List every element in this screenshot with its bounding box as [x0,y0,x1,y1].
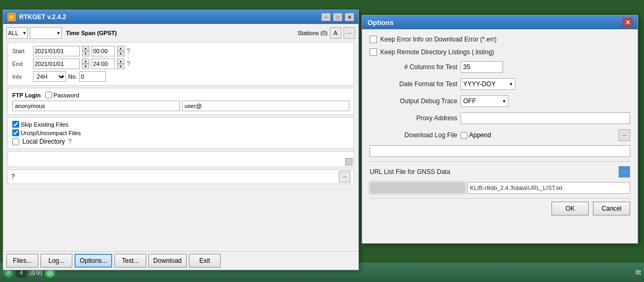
append-checkbox-label: Append [461,131,491,139]
bottom-question: ? ··· [7,169,354,184]
all-dropdown-wrap: ALL [6,27,28,39]
second-dropdown-wrap [30,27,62,39]
start-label: Start [12,48,31,54]
rtkget-icon: R [7,13,16,21]
end-help[interactable]: ? [127,60,130,68]
maximize-button[interactable]: □ [333,13,342,21]
end-date-up[interactable]: ▲ [82,59,89,64]
start-date-spin: ▲ ▼ [82,46,89,56]
proxy-label: Proxy Address [370,114,457,122]
rtkget-titlebar: R RTKGET v.2.4.2 ─ □ ✕ [3,10,358,24]
local-dir-help[interactable]: ? [68,138,72,145]
options-button[interactable]: Options... [74,254,112,268]
end-time-spin: ▲ ▼ [117,59,124,69]
local-dir-row: Local Directory ? [12,138,349,145]
end-row: End ▲ ▼ ▲ ▼ ? [12,59,349,69]
more-button[interactable]: ··· [344,27,355,39]
start-date-input[interactable] [33,46,80,56]
end-date-spin: ▲ ▼ [82,59,89,69]
proxy-row: Proxy Address [370,112,630,124]
url-file-blurred [370,182,465,194]
end-date-input[interactable] [33,59,80,69]
log-browse-button[interactable]: ··· [618,129,630,141]
time-span-label: Time Span (GPST) [66,30,117,36]
start-date-down[interactable]: ▼ [82,51,89,56]
files-button[interactable]: Files... [6,254,38,268]
date-format-label: Date Format for Test [370,80,457,88]
download-button[interactable]: Download [148,254,186,268]
unzip-checkbox[interactable] [12,129,19,136]
start-row: Start ▲ ▼ ▲ ▼ ? [12,46,349,56]
ftp-section: FTP Login Password [7,88,354,115]
log-file-row: Download Log File Append ··· [370,129,630,141]
ftp-inputs-row [12,101,349,111]
ftp-header-row: FTP Login Password [12,92,349,98]
url-list-label: URL List File for GNSS Data [370,168,450,176]
window-controls: ─ □ ✕ [321,13,354,21]
proxy-input[interactable] [461,112,630,124]
start-date-up[interactable]: ▲ [82,46,89,51]
end-time-up[interactable]: ▲ [117,59,124,64]
all-dropdown[interactable]: ALL [6,27,28,39]
top-row: ALL Time Span (GPST) Stations (0) A ··· [6,27,355,39]
ftp-password-input[interactable] [182,101,349,111]
minimize-button[interactable]: ─ [321,13,331,21]
append-checkbox[interactable] [461,132,467,139]
options-content: Keep Error Info on Download Error (*.err… [362,29,638,225]
bottom-dots-btn[interactable]: ··· [339,171,350,183]
keep-error-checkbox[interactable] [370,36,377,43]
log-file-label: Download Log File [370,131,457,139]
options-ok-cancel: OK Cancel [370,198,630,219]
a-button[interactable]: A [330,27,341,39]
end-date-down[interactable]: ▼ [82,64,89,69]
test-button[interactable]: Test... [114,254,146,268]
end-time-down[interactable]: ▼ [117,64,124,69]
datetime-form: Start ▲ ▼ ▲ ▼ ? End ▲ ▼ [7,42,354,86]
columns-input[interactable] [461,61,503,73]
end-time-input[interactable] [91,59,115,69]
keep-remote-label: Keep Remote Directory Listings (.listing… [380,48,494,56]
ok-button[interactable]: OK [551,202,589,215]
cancel-button[interactable]: Cancel [593,202,630,215]
options-titlebar: Options ✕ [362,15,638,29]
no-input[interactable] [79,71,106,82]
intv-dropdown[interactable]: 24H 1H 15M [33,71,66,82]
local-dir-checkbox[interactable] [12,138,19,145]
rtkget-title: RTKGET v.2.4.2 [19,13,321,21]
scroll-area[interactable] [7,151,354,167]
debug-trace-select[interactable]: OFF ON [461,95,508,107]
keep-error-row: Keep Error Info on Download Error (*.err… [370,36,630,43]
log-file-input-row [370,145,630,157]
unzip-row: Unzip/Uncompact Files [12,129,349,136]
log-file-input[interactable] [370,145,630,157]
start-time-down[interactable]: ▼ [117,51,124,56]
url-browse-button[interactable]: ··· [618,166,630,178]
debug-trace-label: Output Debug Trace [370,97,457,105]
start-help[interactable]: ? [127,47,130,55]
bottom-q-mark: ? [11,173,15,180]
keep-error-label: Keep Error Info on Download Error (*.err… [380,36,497,43]
skip-files-checkbox[interactable] [12,121,19,128]
password-checkbox[interactable] [45,92,52,98]
intv-dropdown-wrap: 24H 1H 15M [33,71,66,82]
intv-label: Intv [12,73,31,80]
date-format-select-wrap: YYYY-DOY YYYY-MM-DD [461,78,515,90]
rtkget-content: ALL Time Span (GPST) Stations (0) A ··· … [3,24,358,187]
start-time-up[interactable]: ▲ [117,46,124,51]
scrollbar-thumb[interactable] [345,158,353,165]
ftp-username-input[interactable] [12,101,180,111]
start-time-input[interactable] [91,46,115,56]
keep-remote-checkbox[interactable] [370,48,377,56]
second-dropdown[interactable] [30,27,62,39]
log-button[interactable]: Log... [40,254,72,268]
date-format-select[interactable]: YYYY-DOY YYYY-MM-DD [461,78,515,90]
exit-button[interactable]: Exit [189,254,221,268]
rtkget-window: R RTKGET v.2.4.2 ─ □ ✕ ALL Time Span (GP… [3,10,359,270]
append-label: Append [469,131,491,139]
url-file-path: KLIB-rtklib_2.4.3\data\URL_LIST.txt [467,182,630,194]
start-time-spin: ▲ ▼ [117,46,124,56]
close-button[interactable]: ✕ [345,13,354,21]
unzip-label: Unzip/Uncompact Files [21,130,81,136]
options-close-button[interactable]: ✕ [623,18,632,27]
columns-row: # Columns for Test [370,61,630,73]
